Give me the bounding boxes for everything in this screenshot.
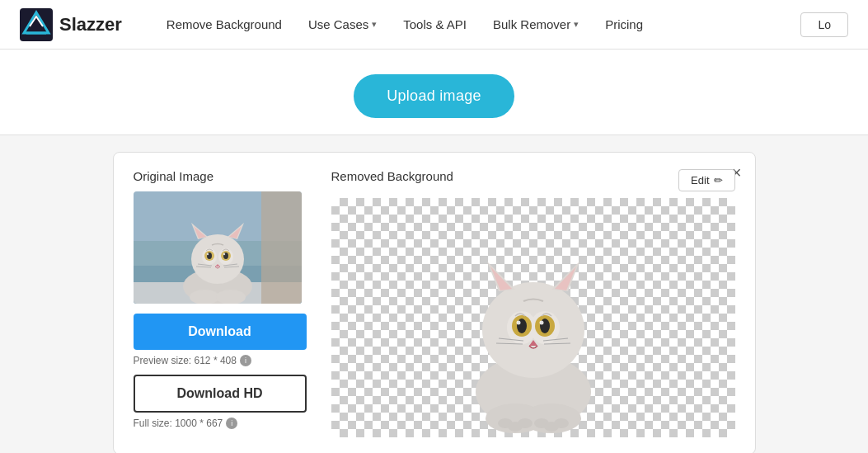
logo-text: Slazzer xyxy=(59,14,122,35)
original-image-box xyxy=(134,191,302,304)
svg-point-54 xyxy=(554,418,569,428)
login-button[interactable]: Lo xyxy=(800,12,848,37)
svg-point-40 xyxy=(516,321,520,325)
svg-point-51 xyxy=(518,418,533,428)
nav-bulk-remover[interactable]: Bulk Remover ▾ xyxy=(481,11,590,38)
svg-rect-6 xyxy=(261,191,302,304)
removed-bg-header: Removed Background Edit ✏ xyxy=(331,169,735,191)
nav-tools-api[interactable]: Tools & API xyxy=(392,11,478,38)
full-size-info-icon[interactable]: i xyxy=(226,418,237,429)
svg-marker-32 xyxy=(490,267,512,290)
original-image-label: Original Image xyxy=(134,169,307,183)
logo-icon xyxy=(20,8,53,41)
edit-pencil-icon: ✏ xyxy=(714,174,723,186)
chevron-down-icon: ▾ xyxy=(574,19,579,30)
svg-point-20 xyxy=(223,253,224,255)
nav-use-cases[interactable]: Use Cases ▾ xyxy=(297,11,388,38)
download-hd-button[interactable]: Download HD xyxy=(134,375,307,413)
preview-info-icon[interactable]: i xyxy=(240,355,251,366)
upload-image-button[interactable]: Upload image xyxy=(354,74,514,118)
removed-background-image-box xyxy=(331,198,735,437)
download-button[interactable]: Download xyxy=(134,314,307,350)
original-image-column: Original Image xyxy=(134,169,307,437)
hero-section: Upload image xyxy=(0,50,868,135)
edit-button[interactable]: Edit ✏ xyxy=(678,169,734,191)
nav-pricing[interactable]: Pricing xyxy=(594,11,655,38)
svg-point-19 xyxy=(206,253,208,255)
removed-background-column: Removed Background Edit ✏ xyxy=(331,169,735,437)
cat-transparent-image xyxy=(331,198,735,437)
navbar-links: Remove Background Use Cases ▾ Tools & AP… xyxy=(155,11,801,38)
full-size-info: Full size: 1000 * 667 i xyxy=(134,418,307,429)
svg-marker-33 xyxy=(555,267,576,290)
svg-point-8 xyxy=(191,234,244,284)
svg-point-41 xyxy=(539,321,543,325)
result-card: × Original Image xyxy=(113,152,756,453)
main-content: × Original Image xyxy=(0,135,868,453)
chevron-down-icon: ▾ xyxy=(372,19,377,30)
original-cat-image xyxy=(134,191,302,304)
cat-cutout-svg xyxy=(410,202,657,433)
logo-link[interactable]: Slazzer xyxy=(20,8,122,41)
preview-size-info: Preview size: 612 * 408 i xyxy=(134,355,307,366)
nav-remove-background[interactable]: Remove Background xyxy=(155,11,293,38)
result-columns: Original Image xyxy=(134,169,735,437)
navbar: Slazzer Remove Background Use Cases ▾ To… xyxy=(0,0,868,50)
removed-background-label: Removed Background xyxy=(331,169,453,183)
